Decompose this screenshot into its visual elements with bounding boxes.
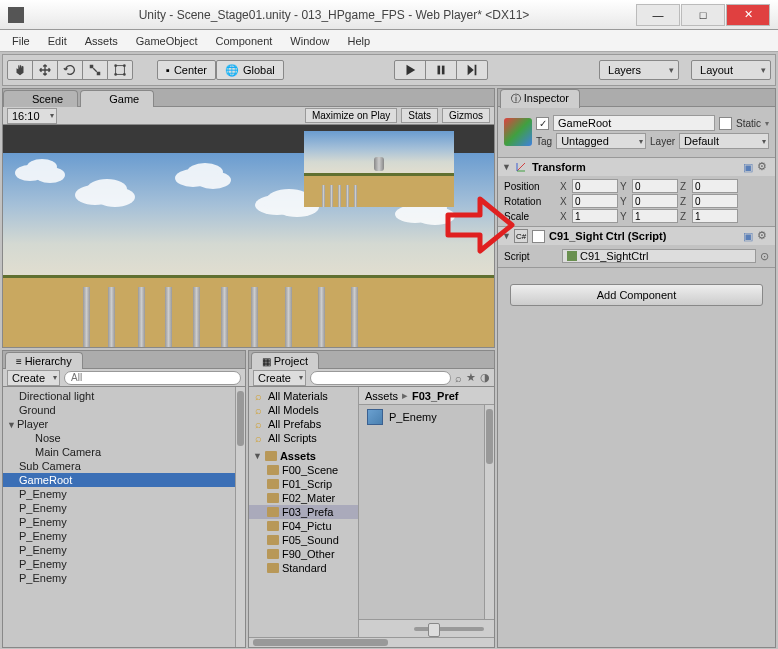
folder-item[interactable]: F04_Pictu (249, 519, 358, 533)
rotate-tool[interactable] (57, 60, 83, 80)
folder-item[interactable]: Standard (249, 561, 358, 575)
maximize-on-play-toggle[interactable]: Maximize on Play (305, 108, 397, 123)
hierarchy-item[interactable]: Main Camera (3, 445, 235, 459)
help-icon[interactable]: ▣ (743, 230, 753, 243)
menu-edit[interactable]: Edit (40, 33, 75, 49)
step-button[interactable] (456, 60, 488, 80)
hierarchy-item[interactable]: P_Enemy (3, 501, 235, 515)
hierarchy-item[interactable]: ▼Player (3, 417, 235, 431)
rect-tool[interactable] (107, 60, 133, 80)
hierarchy-item[interactable]: P_Enemy (3, 529, 235, 543)
scale-y-input[interactable] (632, 209, 678, 223)
layer-dropdown[interactable]: Default (679, 133, 769, 149)
static-dropdown-icon[interactable]: ▾ (765, 119, 769, 128)
tag-dropdown[interactable]: Untagged (556, 133, 646, 149)
position-y-input[interactable] (632, 179, 678, 193)
rotation-x-input[interactable] (572, 194, 618, 208)
folder-item[interactable]: F01_Scrip (249, 477, 358, 491)
tab-scene[interactable]: Scene (3, 90, 78, 107)
assets-root[interactable]: ▼Assets (249, 449, 358, 463)
project-icon-size-slider[interactable] (414, 627, 484, 631)
menu-component[interactable]: Component (207, 33, 280, 49)
hand-tool[interactable] (7, 60, 33, 80)
tab-game[interactable]: Game (80, 90, 154, 107)
hierarchy-item[interactable]: P_Enemy (3, 571, 235, 585)
hierarchy-item[interactable]: P_Enemy (3, 515, 235, 529)
hierarchy-tab[interactable]: ≡ Hierarchy (5, 352, 83, 369)
menu-help[interactable]: Help (339, 33, 378, 49)
project-create-dropdown[interactable]: Create (253, 370, 306, 386)
folder-item[interactable]: F90_Other (249, 547, 358, 561)
transform-foldout[interactable]: ▼ (502, 162, 510, 172)
script-reference-field[interactable]: C91_SightCtrl (562, 249, 756, 263)
play-button[interactable] (394, 60, 426, 80)
favorites-item[interactable]: ⌕All Scripts (249, 431, 358, 445)
project-assets-list[interactable]: P_Enemy (359, 405, 484, 619)
minimize-button[interactable]: — (636, 4, 680, 26)
favorites-item[interactable]: ⌕All Models (249, 403, 358, 417)
script-foldout[interactable]: ▼ (502, 231, 510, 241)
object-picker-icon[interactable]: ⊙ (760, 250, 769, 263)
hierarchy-item[interactable]: P_Enemy (3, 543, 235, 557)
favorites-item[interactable]: ⌕All Prefabs (249, 417, 358, 431)
project-breadcrumb[interactable]: Assets ▸ F03_Pref (359, 387, 494, 405)
gameobject-icon[interactable] (504, 118, 532, 146)
aspect-dropdown[interactable]: 16:10 (7, 108, 57, 124)
folder-item[interactable]: F02_Mater (249, 491, 358, 505)
project-tree-hscrollbar[interactable] (249, 637, 494, 647)
hierarchy-item[interactable]: GameRoot (3, 473, 235, 487)
gear-icon[interactable]: ⚙ (757, 160, 771, 174)
rotation-z-input[interactable] (692, 194, 738, 208)
project-assets-scrollbar[interactable] (484, 405, 494, 619)
asset-item[interactable]: P_Enemy (359, 405, 484, 429)
hierarchy-search-input[interactable] (64, 371, 241, 385)
position-z-input[interactable] (692, 179, 738, 193)
game-viewport[interactable] (3, 125, 494, 347)
gameobject-name-input[interactable] (553, 115, 715, 131)
help-icon[interactable]: ▣ (743, 161, 753, 174)
type-filter-icon[interactable]: ◑ (480, 371, 490, 384)
folder-item[interactable]: F00_Scene (249, 463, 358, 477)
script-enabled-checkbox[interactable] (532, 230, 545, 243)
hierarchy-item[interactable]: Nose (3, 431, 235, 445)
pause-button[interactable] (425, 60, 457, 80)
hierarchy-tree[interactable]: Directional lightGround▼PlayerNoseMain C… (3, 387, 235, 647)
menu-window[interactable]: Window (282, 33, 337, 49)
search-filter-icon[interactable]: ⌕ (455, 372, 462, 384)
project-tab[interactable]: ▦ Project (251, 352, 319, 369)
stats-toggle[interactable]: Stats (401, 108, 438, 123)
project-folder-tree[interactable]: ⌕All Materials⌕All Models⌕All Prefabs⌕Al… (249, 387, 359, 637)
scale-tool[interactable] (82, 60, 108, 80)
space-toggle[interactable]: 🌐Global (216, 60, 284, 80)
menu-file[interactable]: File (4, 33, 38, 49)
hierarchy-scrollbar[interactable] (235, 387, 245, 647)
gear-icon[interactable]: ⚙ (757, 229, 771, 243)
scale-x-input[interactable] (572, 209, 618, 223)
folder-item[interactable]: F03_Prefa (249, 505, 358, 519)
folder-item[interactable]: F05_Sound (249, 533, 358, 547)
move-tool[interactable] (32, 60, 58, 80)
menu-gameobject[interactable]: GameObject (128, 33, 206, 49)
label-filter-icon[interactable]: ★ (466, 371, 476, 384)
maximize-button[interactable]: □ (681, 4, 725, 26)
scale-z-input[interactable] (692, 209, 738, 223)
gizmos-toggle[interactable]: Gizmos (442, 108, 490, 123)
add-component-button[interactable]: Add Component (510, 284, 763, 306)
rotation-y-input[interactable] (632, 194, 678, 208)
menu-assets[interactable]: Assets (77, 33, 126, 49)
hierarchy-item[interactable]: P_Enemy (3, 557, 235, 571)
layout-dropdown[interactable]: Layout (691, 60, 771, 80)
hierarchy-item[interactable]: Directional light (3, 389, 235, 403)
static-checkbox[interactable] (719, 117, 732, 130)
hierarchy-item[interactable]: Sub Camera (3, 459, 235, 473)
layers-dropdown[interactable]: Layers (599, 60, 679, 80)
project-search-input[interactable] (310, 371, 451, 385)
inspector-tab[interactable]: ⓘ Inspector (500, 89, 580, 108)
hierarchy-item[interactable]: P_Enemy (3, 487, 235, 501)
hierarchy-item[interactable]: Ground (3, 403, 235, 417)
hierarchy-create-dropdown[interactable]: Create (7, 370, 60, 386)
gameobject-active-checkbox[interactable] (536, 117, 549, 130)
close-button[interactable]: ✕ (726, 4, 770, 26)
pivot-toggle[interactable]: ▪Center (157, 60, 216, 80)
favorites-item[interactable]: ⌕All Materials (249, 389, 358, 403)
